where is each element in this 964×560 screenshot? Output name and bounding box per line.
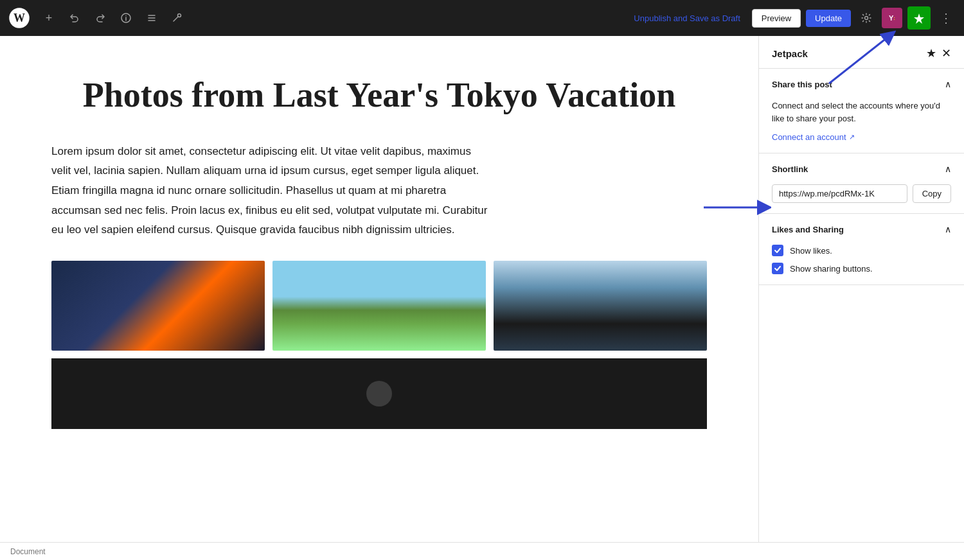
shortlink-content: Copy bbox=[759, 184, 964, 213]
likes-sharing-chevron-icon: ∧ bbox=[945, 224, 951, 234]
shortlink-section-header[interactable]: Shortlink ∧ bbox=[759, 153, 964, 184]
show-sharing-label: Show sharing buttons. bbox=[790, 264, 873, 274]
show-likes-checkbox[interactable] bbox=[772, 245, 783, 256]
shortlink-row: Copy bbox=[772, 184, 951, 203]
main-area: Photos from Last Year's Tokyo Vacation L… bbox=[0, 36, 964, 542]
likes-sharing-content: Show likes. Show sharing buttons. bbox=[759, 245, 964, 284]
copy-shortlink-button[interactable]: Copy bbox=[913, 184, 951, 203]
show-likes-row: Show likes. bbox=[772, 245, 951, 256]
undo-button[interactable] bbox=[64, 8, 85, 28]
share-post-title: Share this post bbox=[772, 80, 832, 89]
image-gallery bbox=[51, 261, 707, 351]
unpublish-button[interactable]: Unpublish and Save as Draft bbox=[627, 10, 746, 27]
more-options-button[interactable]: ⋮ bbox=[936, 8, 956, 28]
shortlink-chevron-icon: ∧ bbox=[945, 164, 951, 174]
likes-sharing-section-header[interactable]: Likes and Sharing ∧ bbox=[759, 214, 964, 245]
post-title[interactable]: Photos from Last Year's Tokyo Vacation bbox=[51, 74, 707, 116]
settings-button[interactable] bbox=[856, 8, 877, 28]
shortlink-input[interactable] bbox=[772, 184, 907, 203]
show-likes-label: Show likes. bbox=[790, 246, 832, 256]
likes-sharing-title: Likes and Sharing bbox=[772, 225, 844, 234]
status-bar: Document bbox=[0, 542, 964, 560]
shortlink-title: Shortlink bbox=[772, 164, 808, 174]
gallery-image-4[interactable] bbox=[51, 358, 707, 429]
sidebar-title: Jetpack bbox=[772, 48, 808, 59]
preview-button[interactable]: Preview bbox=[752, 9, 801, 28]
toolbar: W + Unpublish and Save as Draft Preview … bbox=[0, 0, 964, 36]
status-bar-label: Document bbox=[10, 547, 46, 556]
likes-sharing-section: Likes and Sharing ∧ Show likes. Show sha… bbox=[759, 214, 964, 285]
yoast-plugin-icon[interactable]: Y : bbox=[882, 8, 902, 28]
sidebar-header: Jetpack ★ ✕ bbox=[759, 36, 964, 69]
add-block-button[interactable]: + bbox=[39, 8, 59, 28]
gallery-image-3[interactable] bbox=[494, 261, 707, 351]
sidebar-star-button[interactable]: ★ bbox=[926, 46, 936, 60]
wp-logo[interactable]: W bbox=[8, 6, 31, 30]
gallery-image-1[interactable] bbox=[51, 261, 265, 351]
share-post-section: Share this post ∧ Connect and select the… bbox=[759, 69, 964, 153]
share-post-section-header[interactable]: Share this post ∧ bbox=[759, 69, 964, 100]
share-post-content: Connect and select the accounts where yo… bbox=[759, 100, 964, 153]
sidebar-close-button[interactable]: ✕ bbox=[942, 46, 951, 60]
connect-account-link[interactable]: Connect an account ↗ bbox=[772, 132, 855, 142]
external-link-icon: ↗ bbox=[849, 133, 855, 141]
svg-point-4 bbox=[125, 15, 127, 17]
gallery-image-2[interactable] bbox=[272, 261, 486, 351]
svg-point-8 bbox=[178, 14, 181, 17]
info-button[interactable] bbox=[116, 8, 136, 28]
show-sharing-row: Show sharing buttons. bbox=[772, 263, 951, 274]
svg-text:W: W bbox=[13, 12, 25, 24]
gallery-image-4-overlay bbox=[366, 381, 392, 407]
shortlink-section: Shortlink ∧ Copy bbox=[759, 153, 964, 214]
show-sharing-checkbox[interactable] bbox=[772, 263, 783, 274]
share-post-chevron-icon: ∧ bbox=[945, 79, 951, 89]
jetpack-sidebar: Jetpack ★ ✕ Share this post ∧ Connect an… bbox=[758, 36, 964, 542]
svg-marker-10 bbox=[914, 13, 924, 24]
sidebar-header-icons: ★ ✕ bbox=[926, 46, 951, 60]
editor-area[interactable]: Photos from Last Year's Tokyo Vacation L… bbox=[0, 36, 758, 542]
post-body[interactable]: Lorem ipsum dolor sit amet, consectetur … bbox=[51, 142, 488, 240]
tools-button[interactable] bbox=[167, 8, 188, 28]
redo-button[interactable] bbox=[90, 8, 111, 28]
jetpack-button[interactable] bbox=[907, 6, 931, 30]
update-button[interactable]: Update bbox=[806, 10, 851, 27]
list-view-button[interactable] bbox=[141, 8, 162, 28]
svg-point-9 bbox=[865, 17, 868, 20]
toolbar-right: Unpublish and Save as Draft Preview Upda… bbox=[627, 6, 956, 30]
share-description: Connect and select the accounts where yo… bbox=[772, 100, 951, 125]
